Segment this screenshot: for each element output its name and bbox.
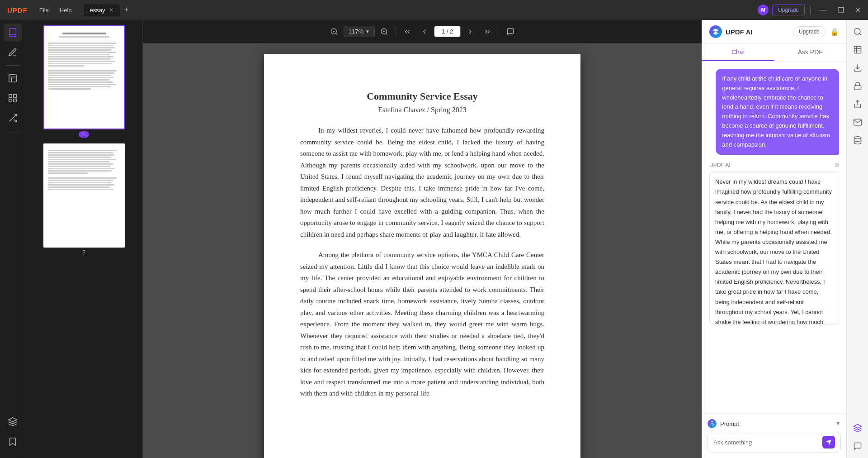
right-chat-icon[interactable]: [849, 438, 866, 454]
svg-line-12: [386, 33, 387, 34]
toolbar: 117% ▼ 1 / 2: [143, 20, 702, 43]
thumbnail-panel: 1: [25, 20, 143, 458]
svg-marker-17: [826, 439, 831, 445]
thumbnail-img-2: [43, 143, 125, 248]
thumbnail-page-1[interactable]: 1: [29, 25, 139, 138]
svg-rect-3: [9, 99, 11, 102]
tab-chat[interactable]: Chat: [702, 44, 774, 61]
tab-essay[interactable]: essay ✕: [84, 4, 120, 16]
ai-response-body: Never in my wildest dreams could I have …: [709, 171, 839, 325]
ai-panel-title-group: UPDF AI: [709, 25, 752, 38]
prompt-icon: [708, 419, 717, 428]
help-menu[interactable]: Help: [55, 5, 76, 15]
copy-icon[interactable]: ⧉: [835, 162, 839, 168]
page-num-badge-1: 1: [79, 131, 89, 138]
ai-panel-controls: Upgrade 🔒: [793, 26, 839, 37]
file-menu[interactable]: File: [35, 5, 53, 15]
zoom-value: 117%: [349, 28, 363, 35]
ai-messages: If any child at the child care or anyone…: [702, 62, 846, 413]
prev-page-button[interactable]: [417, 25, 432, 38]
sidebar-item-bookmark[interactable]: [4, 433, 22, 451]
right-search-icon[interactable]: [849, 24, 866, 40]
app-logo: UPDF: [4, 5, 31, 16]
pdf-page-1: Community Service Essay Estefina Chavez …: [264, 54, 580, 458]
tab-add-button[interactable]: +: [122, 5, 132, 16]
upgrade-button-top[interactable]: Upgrade: [772, 5, 805, 15]
ai-panel: UPDF AI Upgrade 🔒 Chat Ask PDF If any ch…: [702, 20, 846, 458]
page-num-label-2: 2: [29, 249, 139, 256]
ai-panel-header: UPDF AI Upgrade 🔒: [702, 20, 846, 44]
zoom-out-button[interactable]: [326, 25, 342, 38]
tab-close-icon[interactable]: ✕: [109, 7, 113, 13]
svg-rect-20: [854, 47, 861, 53]
center-area: 117% ▼ 1 / 2: [143, 20, 702, 458]
right-ai-icon[interactable]: [849, 420, 866, 436]
comment-button[interactable]: [503, 25, 518, 38]
first-page-button[interactable]: [400, 25, 415, 38]
pdf-content-area: Community Service Essay Estefina Chavez …: [143, 43, 702, 458]
svg-point-15: [712, 423, 713, 425]
sidebar-divider-2: [6, 131, 19, 131]
sidebar-item-organize[interactable]: [4, 89, 22, 107]
window-controls: M Upgrade — ❐ ✕: [758, 5, 864, 15]
maximize-button[interactable]: ❐: [834, 5, 848, 15]
ai-logo-icon: [709, 25, 722, 38]
svg-rect-22: [854, 86, 861, 90]
zoom-in-button[interactable]: [377, 25, 392, 38]
right-icons-bar: [846, 20, 868, 458]
user-message-bubble: If any child at the child care or anyone…: [716, 69, 839, 155]
svg-rect-1: [9, 95, 11, 97]
send-button[interactable]: [822, 436, 835, 448]
ai-response-label: UPDF AI ⧉: [709, 162, 839, 168]
sidebar-item-layers[interactable]: [4, 413, 22, 431]
top-menu: File Help: [35, 5, 76, 15]
pdf-body: In my wildest reveries, I could never ha…: [300, 125, 544, 400]
right-share-icon[interactable]: [849, 96, 866, 112]
prompt-label: Prompt: [720, 420, 832, 427]
prompt-input[interactable]: [713, 439, 819, 446]
prompt-input-row: [708, 432, 841, 453]
pdf-paragraph-1: In my wildest reveries, I could never ha…: [300, 125, 544, 240]
right-extract-icon[interactable]: [849, 60, 866, 76]
close-button[interactable]: ✕: [851, 5, 864, 15]
svg-line-19: [859, 33, 861, 35]
lock-icon[interactable]: 🔒: [830, 28, 839, 36]
right-database-icon[interactable]: [849, 132, 866, 148]
minimize-button[interactable]: —: [816, 5, 830, 15]
sidebar-item-annotate[interactable]: [4, 43, 22, 62]
sidebar-item-edit[interactable]: [4, 69, 22, 87]
right-table-icon[interactable]: [849, 42, 866, 58]
toolbar-divider-1: [396, 26, 396, 37]
prompt-header: Prompt ▼: [708, 419, 841, 428]
zoom-chevron-icon: ▼: [365, 29, 370, 34]
tab-ask-pdf[interactable]: Ask PDF: [774, 44, 847, 61]
sidebar-bottom: [4, 413, 22, 454]
svg-point-18: [854, 29, 860, 34]
last-page-button[interactable]: [480, 25, 495, 38]
sidebar-item-convert[interactable]: [4, 109, 22, 127]
ai-label-text: UPDF AI: [709, 162, 731, 168]
pdf-subtitle: Estefina Chavez / Spring 2023: [300, 106, 544, 114]
left-sidebar: [0, 20, 25, 458]
next-page-button[interactable]: [462, 25, 478, 38]
svg-line-6: [14, 119, 16, 122]
total-pages: 2: [450, 28, 453, 35]
right-mail-icon[interactable]: [849, 114, 866, 130]
ai-panel-title-text: UPDF AI: [726, 28, 752, 36]
right-lock-icon[interactable]: [849, 78, 866, 94]
svg-line-9: [335, 33, 337, 34]
prompt-chevron-icon[interactable]: ▼: [835, 420, 841, 427]
sidebar-item-reader[interactable]: [4, 24, 22, 42]
svg-marker-7: [8, 418, 16, 422]
tab-label: essay: [90, 7, 105, 14]
pdf-title: Community Service Essay: [300, 91, 544, 102]
upgrade-button-ai[interactable]: Upgrade: [793, 26, 826, 37]
page-separator: /: [447, 28, 450, 35]
page-display[interactable]: 1 / 2: [434, 26, 461, 37]
ai-tabs: Chat Ask PDF: [702, 44, 846, 62]
zoom-level-display[interactable]: 117% ▼: [344, 26, 375, 37]
svg-point-24: [854, 137, 861, 139]
top-bar: UPDF File Help essay ✕ + M Upgrade — ❐ ✕: [0, 0, 868, 20]
current-page: 1: [442, 28, 445, 35]
thumbnail-page-2[interactable]: 2: [29, 143, 139, 256]
